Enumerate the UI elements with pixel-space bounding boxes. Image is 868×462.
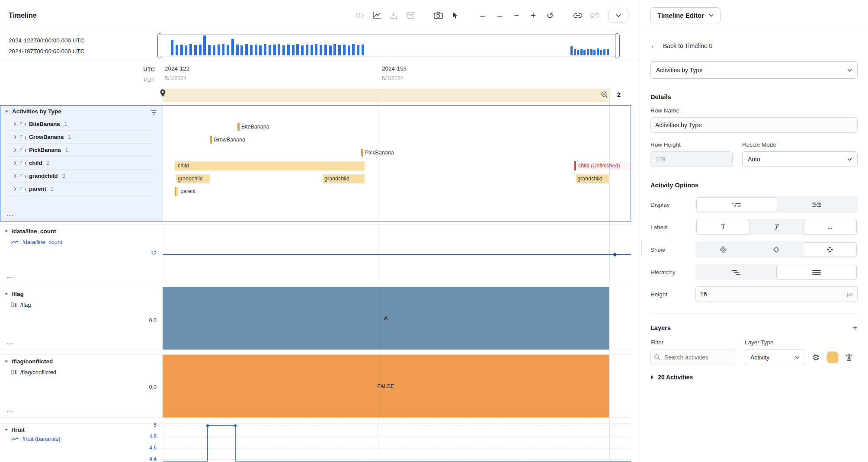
resize-mode-label: Resize Mode <box>742 141 858 148</box>
activity-tick[interactable] <box>210 136 212 144</box>
timeline-minimap[interactable] <box>159 35 618 57</box>
search-activities-input[interactable] <box>650 350 735 365</box>
state-layer-icon <box>11 302 17 307</box>
activities-expander[interactable]: 20 Activities <box>650 374 858 381</box>
zoom-in-icon[interactable]: + <box>528 10 538 21</box>
chevron-down-icon <box>795 356 800 359</box>
resize-mode-select[interactable]: Auto <box>742 151 858 167</box>
labels-text-on-button[interactable]: T <box>696 220 750 234</box>
layer-legend-label: /flag/conflicted <box>20 369 56 375</box>
tree-item-parent[interactable]: parent 1 <box>5 183 157 196</box>
activity-bar-grandchild-2[interactable]: grandchild <box>323 174 365 183</box>
timeline-toolbar: ← → − + ↺ <box>355 9 628 22</box>
hierarchy-flat-button[interactable] <box>776 265 857 279</box>
tree-item-bitebanana[interactable]: BiteBanana 1 <box>5 118 157 131</box>
tree-item-pickbanana[interactable]: PickBanana 1 <box>5 144 157 157</box>
minimap-bar <box>296 44 299 55</box>
chevron-right-icon[interactable] <box>13 161 16 165</box>
collapse-triangle-icon[interactable] <box>4 230 8 233</box>
tree-item-growbanana[interactable]: GrowBanana 1 <box>5 131 157 144</box>
minimap-band: 2024-122T00:00:00.000 UTC 2024-187T00:00… <box>0 31 640 61</box>
layer-legend[interactable]: /flag <box>4 302 157 308</box>
activity-bar-grandchild-1[interactable]: grandchild <box>176 174 210 183</box>
filter-icon[interactable] <box>151 110 157 115</box>
show-spans-button[interactable] <box>749 242 803 257</box>
tree-item-name: child <box>29 160 42 166</box>
activity-tick[interactable] <box>361 149 363 157</box>
show-directives-button[interactable] <box>696 242 749 257</box>
activity-bar-child[interactable]: child <box>175 161 365 170</box>
minimap-bar <box>213 45 215 55</box>
y-axis-tick: 4.4 <box>149 456 157 462</box>
minimap-right-handle[interactable] <box>615 33 620 58</box>
minimap-bar <box>580 49 583 55</box>
pointer-cursor-icon[interactable] <box>450 10 460 21</box>
collapse-triangle-icon[interactable] <box>5 110 9 113</box>
chevron-right-icon[interactable] <box>13 148 16 152</box>
pan-left-icon[interactable]: ← <box>478 10 487 21</box>
labels-text-off-button[interactable]: T <box>750 220 803 234</box>
unlink-icon <box>590 10 599 21</box>
layer-type-select[interactable]: Activity <box>745 350 805 365</box>
row-options-button[interactable]: ⋯ <box>4 408 15 415</box>
row-options-button[interactable]: ⋯ <box>4 340 15 347</box>
link-icon[interactable] <box>573 10 583 21</box>
reset-zoom-icon[interactable]: ↺ <box>545 10 555 21</box>
activity-label-parent[interactable]: parent <box>180 188 195 194</box>
state-segment-a[interactable]: A <box>163 287 609 350</box>
activity-bar-parent[interactable] <box>175 187 178 196</box>
collapse-triangle-icon[interactable] <box>4 429 8 431</box>
row-options-button[interactable]: ⋯ <box>4 274 15 281</box>
collapse-triangle-icon[interactable] <box>4 360 8 363</box>
display-directives-button[interactable] <box>696 197 777 212</box>
activity-bar-grandchild-3[interactable]: grandchild <box>576 174 609 183</box>
layer-legend[interactable]: /fruit (bananas) <box>4 436 157 442</box>
display-grouped-button[interactable] <box>777 197 857 212</box>
minimap-bar <box>577 50 579 55</box>
axis-tick-2-label: 2024-153 <box>382 65 407 72</box>
collapse-triangle-icon[interactable] <box>4 293 8 295</box>
screenshot-camera-icon[interactable] <box>433 10 443 21</box>
height-input[interactable] <box>695 286 858 302</box>
timezone-secondary: PDT <box>0 77 155 83</box>
tree-item-grandchild[interactable]: grandchild 3 <box>5 170 157 183</box>
activity-bar-child-unfinished[interactable]: child (Unfinished) <box>574 161 631 170</box>
state-segment-false[interactable]: FALSE <box>163 355 609 417</box>
layer-color-swatch[interactable] <box>826 351 839 363</box>
labels-resize-button[interactable]: ↔ <box>803 220 857 234</box>
diamond-outline-icon <box>773 246 780 253</box>
editor-mode-button[interactable]: Timeline Editor <box>650 7 721 23</box>
minimap-bar <box>222 44 224 55</box>
activity-tree: BiteBanana 1 GrowBanana 1 PickBanana 1 <box>5 118 157 196</box>
chevron-right-icon[interactable] <box>13 174 16 178</box>
page-title: Timeline <box>9 12 37 19</box>
tree-item-child[interactable]: child 2 <box>5 157 157 170</box>
line-chart-icon[interactable] <box>372 10 381 21</box>
layer-legend[interactable]: /data/line_count <box>4 239 157 245</box>
pan-right-icon[interactable]: → <box>495 10 504 21</box>
folder-icon <box>19 160 26 166</box>
row-select[interactable]: Activities by Type <box>650 61 858 79</box>
minimap-left-handle[interactable] <box>157 33 162 58</box>
row-name-input[interactable] <box>650 117 858 133</box>
layer-legend[interactable]: /flag/conflicted <box>4 369 157 375</box>
activity-label-pickbanana[interactable]: PickBanana <box>365 150 394 156</box>
panel-splitter-grip[interactable] <box>641 241 642 255</box>
toolbar-menu-button[interactable] <box>609 9 628 22</box>
hierarchy-nested-button[interactable] <box>696 265 776 279</box>
delete-layer-trash-icon[interactable] <box>846 353 852 361</box>
add-layer-button[interactable]: + <box>852 323 858 332</box>
display-tree-icon <box>731 202 742 208</box>
chevron-right-icon[interactable] <box>13 187 16 191</box>
back-to-timeline-link[interactable]: ← Back to Timeline 0 <box>650 42 858 50</box>
row-options-button[interactable]: ⋯ <box>5 212 15 219</box>
activity-tick[interactable] <box>237 123 240 131</box>
zoom-out-icon[interactable]: − <box>512 10 521 21</box>
show-both-button[interactable] <box>803 242 857 257</box>
chevron-right-icon[interactable] <box>13 122 16 126</box>
activity-label-growbanana[interactable]: GrowBanana <box>214 137 245 143</box>
chevron-right-icon[interactable] <box>13 135 16 139</box>
row-activities-canvas: BiteBanana GrowBanana PickBanana child c… <box>163 106 631 221</box>
activity-label-bitebanana[interactable]: BiteBanana <box>241 124 269 130</box>
layer-settings-gear-icon[interactable]: ⚙ <box>812 353 820 363</box>
